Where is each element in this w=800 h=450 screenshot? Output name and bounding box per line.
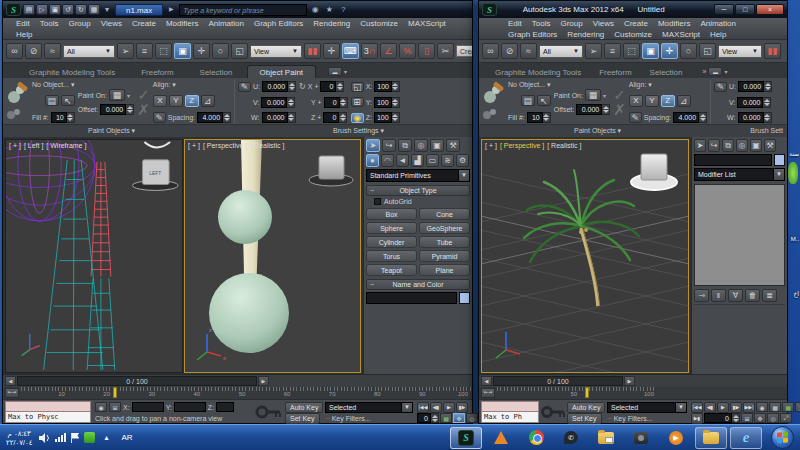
ref-coord-dropdown[interactable]: View▼ bbox=[718, 45, 762, 58]
menu-create[interactable]: Create bbox=[619, 19, 653, 28]
menu-animation[interactable]: Animation bbox=[203, 19, 249, 28]
menu-graph-editors[interactable]: Graph Editors bbox=[249, 19, 308, 28]
abs-offset-icon[interactable]: ⊞ bbox=[109, 402, 121, 412]
select-move-icon[interactable]: ✛ bbox=[661, 43, 678, 59]
fill-spinner[interactable]: 10 bbox=[527, 112, 551, 123]
cancel-paint-icon[interactable]: ✗ bbox=[613, 103, 626, 117]
ribbon-dropdown-icon[interactable]: ▾ bbox=[344, 68, 347, 75]
pan-hand-icon[interactable]: ✥ bbox=[754, 413, 766, 423]
object-name-field[interactable] bbox=[366, 292, 457, 304]
scale-z-spinner[interactable]: 100 bbox=[374, 112, 400, 123]
tab-overflow-icon[interactable]: » bbox=[703, 68, 707, 75]
menu-edit[interactable]: Edit bbox=[503, 19, 527, 28]
taskbar-vlc-button[interactable] bbox=[485, 427, 517, 449]
bind-spacewarp-icon[interactable]: ≈ bbox=[520, 43, 537, 59]
select-scale-icon[interactable]: ◱ bbox=[231, 43, 248, 59]
utilities-tab-icon[interactable]: ⚒ bbox=[764, 139, 776, 152]
tab-graphite[interactable]: Graphite Modeling Tools bbox=[487, 66, 589, 78]
menu-modifiers[interactable]: Modifiers bbox=[161, 19, 203, 28]
menu-create[interactable]: Create bbox=[127, 19, 161, 28]
desktop-icon-label[interactable]: M.. bbox=[791, 236, 799, 242]
taskbar-chrome-button[interactable] bbox=[520, 427, 552, 449]
scale-random-icon[interactable]: ◱ bbox=[351, 82, 364, 92]
network-icon[interactable] bbox=[55, 433, 66, 442]
align-x-button[interactable]: X bbox=[629, 95, 643, 107]
pyramid-button[interactable]: Pyramid bbox=[419, 250, 470, 262]
taskbar-ie-button[interactable]: e bbox=[730, 427, 762, 449]
object-name-field[interactable] bbox=[694, 154, 772, 166]
window-crossing-icon[interactable]: ▣ bbox=[642, 43, 659, 59]
select-move-icon[interactable]: ✛ bbox=[193, 43, 210, 59]
undo-icon[interactable]: ↺ bbox=[62, 4, 74, 15]
create-selection-set-field[interactable]: Crea bbox=[456, 45, 472, 57]
tab-selection[interactable]: Selection bbox=[642, 66, 691, 78]
paint-brush-icon[interactable] bbox=[5, 81, 29, 105]
scale-y-spinner[interactable]: 100 bbox=[374, 97, 400, 108]
start-button[interactable] bbox=[771, 426, 794, 449]
window-crossing-icon[interactable]: ▣ bbox=[174, 43, 191, 59]
favorites-icon[interactable]: ★ bbox=[323, 4, 335, 15]
vp-menu-plus[interactable]: [ + ] bbox=[9, 142, 21, 149]
vp-menu-plus[interactable]: [ + ] bbox=[485, 142, 497, 149]
taskbar-mail-button[interactable] bbox=[590, 427, 622, 449]
taskbar-messenger-button[interactable]: ✆ bbox=[555, 427, 587, 449]
selection-filter-dropdown[interactable]: All▼ bbox=[539, 45, 583, 58]
object-color-swatch[interactable] bbox=[774, 154, 785, 166]
object-type-rollout[interactable]: −Object Type bbox=[366, 185, 470, 196]
rot-y-spinner[interactable]: 0 bbox=[324, 97, 348, 108]
selection-lock-icon[interactable]: ◉ bbox=[95, 402, 107, 412]
rot-x-spinner[interactable]: 0 bbox=[320, 81, 344, 92]
set-key-button[interactable]: Set Key bbox=[285, 413, 320, 424]
u-spinner[interactable]: 0.000 bbox=[738, 81, 772, 92]
next-frame-icon[interactable]: ▮▶ bbox=[730, 402, 742, 413]
hierarchy-tab-icon[interactable]: ⧉ bbox=[398, 139, 412, 152]
pin-stack-icon[interactable]: ⊸ bbox=[694, 289, 709, 302]
create-tab-icon[interactable]: ➤ bbox=[366, 139, 380, 152]
auto-key-button[interactable]: Auto Key bbox=[285, 402, 323, 413]
vp-menu-plus[interactable]: [ + ] bbox=[188, 142, 200, 149]
tab-selection[interactable]: Selection bbox=[188, 66, 245, 78]
motion-tab-icon[interactable]: ◎ bbox=[414, 139, 428, 152]
ribbon-minimize-icon[interactable]: ▬ bbox=[328, 67, 342, 76]
v-spinner[interactable]: 0.000 bbox=[261, 97, 295, 108]
desktop-icon[interactable] bbox=[788, 162, 798, 184]
paint-on-dropdown-icon[interactable]: ▾ bbox=[127, 92, 130, 99]
zoom-all-icon[interactable]: ▦ bbox=[769, 402, 781, 412]
select-manipulate-icon[interactable]: ✛ bbox=[323, 43, 340, 59]
align-x-button[interactable]: X bbox=[153, 95, 167, 107]
autogrid-checkbox[interactable] bbox=[374, 198, 381, 205]
mirror-icon[interactable]: ▮▮ bbox=[304, 43, 321, 59]
paint-objects-panel-label[interactable]: Paint Objects ▾ bbox=[88, 127, 135, 135]
paint-list-icon[interactable]: ▤ bbox=[45, 95, 59, 106]
rot-z-spinner[interactable]: 0 bbox=[323, 112, 347, 123]
scale-x-spinner[interactable]: 100 bbox=[374, 81, 400, 92]
close-button[interactable]: × bbox=[756, 4, 784, 15]
align-z-button[interactable]: Z bbox=[185, 95, 199, 107]
listener-text[interactable]: Max to Ph bbox=[481, 412, 539, 423]
tab-object-paint[interactable]: Object Paint bbox=[247, 65, 317, 78]
menu-tools[interactable]: Tools bbox=[35, 19, 64, 28]
orbit-icon[interactable]: ◎ bbox=[767, 413, 779, 423]
align-dropdown[interactable]: Align: ▾ bbox=[629, 81, 707, 89]
select-by-name-icon[interactable]: ≡ bbox=[604, 43, 621, 59]
desktop-icon-label[interactable]: اخ bbox=[793, 290, 799, 297]
viewport-perspective-right-window[interactable]: [ + ] [ Perspective ] [ Realistic ] bbox=[481, 139, 689, 373]
zoom-extents-icon[interactable]: ▦ bbox=[440, 413, 452, 423]
uvw-brush-icon[interactable]: ✎ bbox=[714, 82, 727, 92]
tray-app-icon[interactable] bbox=[84, 432, 95, 443]
x-coord-field[interactable] bbox=[132, 402, 164, 412]
menu-customize[interactable]: Customize bbox=[609, 30, 657, 39]
object-color-swatch[interactable] bbox=[459, 292, 470, 304]
tab-freeform[interactable]: Freeform bbox=[129, 66, 185, 78]
spacing-brush-icon[interactable]: ✎ bbox=[153, 112, 166, 123]
u-spinner[interactable]: 0.000 bbox=[262, 81, 296, 92]
qat-dropdown-icon[interactable]: ▾ bbox=[101, 4, 113, 15]
menu-rendering[interactable]: Rendering bbox=[308, 19, 355, 28]
project-folder-icon[interactable]: ▦ bbox=[88, 4, 100, 15]
save-file-icon[interactable]: ▣ bbox=[49, 4, 61, 15]
cameras-category-icon[interactable]: ▟ bbox=[411, 154, 424, 167]
go-start-icon[interactable]: |◀◀ bbox=[691, 402, 703, 413]
no-object-dropdown[interactable]: No Object... ▾ bbox=[508, 81, 551, 89]
selection-filter-dropdown[interactable]: All▼ bbox=[63, 45, 115, 58]
create-key-icon[interactable] bbox=[255, 404, 281, 420]
